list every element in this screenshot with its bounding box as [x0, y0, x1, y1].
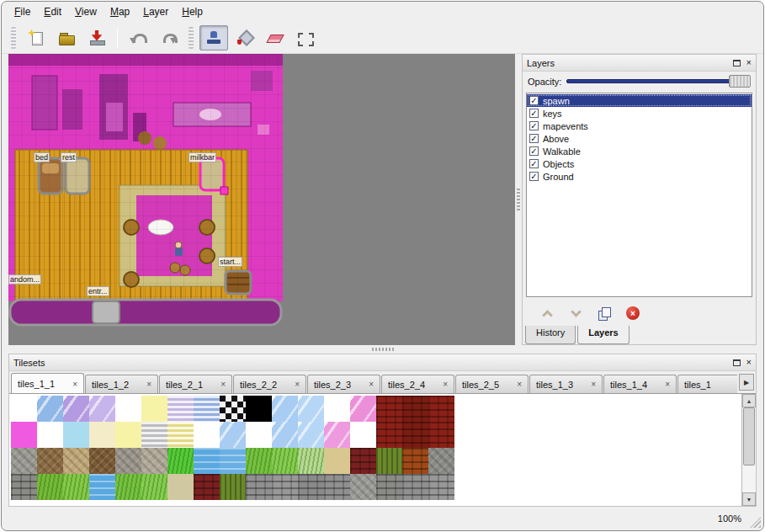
layer-visibility-checkbox[interactable]: ✓: [529, 172, 539, 181]
tile[interactable]: [298, 396, 324, 422]
tile[interactable]: [167, 422, 194, 448]
opacity-slider[interactable]: [566, 75, 751, 88]
tab-close-icon[interactable]: ×: [665, 380, 670, 389]
tileset-tab-tiles_1_2[interactable]: tiles_1_2×: [85, 375, 158, 393]
layer-row-Ground[interactable]: ✓Ground: [527, 170, 752, 183]
map-canvas[interactable]: bedrestmilkbarstart...andom...entr...: [8, 54, 515, 345]
tile[interactable]: [167, 474, 194, 500]
tile[interactable]: [324, 474, 350, 500]
tile[interactable]: [298, 422, 324, 448]
tile[interactable]: [141, 396, 167, 422]
opacity-slider-handle[interactable]: [729, 75, 751, 88]
tab-close-icon[interactable]: ×: [517, 380, 522, 389]
tile[interactable]: [220, 448, 246, 474]
tile[interactable]: [350, 396, 376, 422]
tilesets-close-button[interactable]: ×: [746, 358, 752, 367]
layer-visibility-checkbox[interactable]: ✓: [529, 109, 539, 118]
menu-item-view[interactable]: View: [69, 3, 103, 20]
tile[interactable]: [298, 448, 324, 474]
tab-close-icon[interactable]: ×: [220, 380, 226, 389]
tile[interactable]: [141, 422, 167, 448]
tile[interactable]: [115, 396, 141, 422]
tile[interactable]: [37, 396, 63, 422]
tile[interactable]: [376, 474, 402, 500]
tile[interactable]: [63, 396, 89, 422]
tile[interactable]: [402, 448, 428, 474]
tile[interactable]: [115, 422, 141, 448]
toolbar-drag-handle[interactable]: [11, 27, 16, 49]
tile[interactable]: [402, 396, 428, 422]
tile[interactable]: [37, 448, 63, 474]
tile[interactable]: [220, 474, 246, 500]
stamp-brush-button[interactable]: [199, 25, 228, 51]
tile[interactable]: [350, 448, 376, 474]
new-map-button[interactable]: [22, 25, 50, 51]
tile[interactable]: [167, 396, 194, 422]
tab-close-icon[interactable]: ×: [72, 380, 77, 389]
menu-item-file[interactable]: File: [8, 3, 36, 20]
layer-row-Objects[interactable]: ✓Objects: [527, 157, 752, 170]
tile[interactable]: [63, 474, 89, 500]
tile[interactable]: [272, 396, 298, 422]
tile[interactable]: [376, 396, 402, 422]
menu-item-edit[interactable]: Edit: [38, 3, 67, 20]
horizontal-splitter[interactable]: [8, 345, 757, 354]
tile[interactable]: [272, 474, 298, 500]
redo-button[interactable]: [154, 25, 183, 51]
tile[interactable]: [89, 422, 115, 448]
tile[interactable]: [167, 448, 194, 474]
tile[interactable]: [376, 422, 402, 448]
tile[interactable]: [272, 422, 298, 448]
tile[interactable]: [194, 474, 220, 500]
layer-visibility-checkbox[interactable]: ✓: [529, 134, 539, 143]
tab-close-icon[interactable]: ×: [443, 380, 448, 389]
tileset-tab-tiles_1_1[interactable]: tiles_1_1×: [11, 373, 84, 393]
scrollbar-thumb[interactable]: [743, 407, 755, 466]
resize-grip[interactable]: [750, 517, 761, 528]
tilesets-float-button[interactable]: [733, 359, 741, 366]
tileset-tab-tiles_2_4[interactable]: tiles_2_4×: [381, 375, 454, 393]
layers-close-button[interactable]: ×: [746, 58, 752, 67]
tile[interactable]: [63, 448, 89, 474]
scroll-up-button[interactable]: ▲: [742, 394, 756, 407]
tileset-grid[interactable]: [9, 394, 741, 506]
layer-row-spawn[interactable]: ✓spawn: [527, 94, 752, 107]
scroll-down-button[interactable]: ▼: [742, 492, 756, 506]
tile[interactable]: [350, 474, 376, 500]
tile[interactable]: [298, 474, 324, 500]
tileset-tab-tiles_2_3[interactable]: tiles_2_3×: [307, 375, 380, 393]
menu-item-help[interactable]: Help: [176, 3, 209, 20]
tile[interactable]: [428, 422, 454, 448]
tile[interactable]: [11, 474, 37, 500]
tile[interactable]: [324, 422, 350, 448]
bucket-fill-button[interactable]: [230, 25, 258, 51]
tile[interactable]: [141, 448, 167, 474]
tile[interactable]: [11, 422, 37, 448]
tools-drag-handle[interactable]: [189, 27, 194, 49]
tile[interactable]: [246, 474, 272, 500]
tile[interactable]: [37, 474, 63, 500]
map-view[interactable]: bedrestmilkbarstart...andom...entr...: [8, 54, 283, 327]
scrollbar-track[interactable]: [742, 407, 756, 492]
lower-layer-button[interactable]: [568, 306, 583, 321]
tile[interactable]: [402, 474, 428, 500]
delete-layer-button[interactable]: ×: [625, 306, 640, 321]
tile[interactable]: [89, 474, 115, 500]
tile[interactable]: [402, 422, 428, 448]
tile[interactable]: [428, 448, 454, 474]
layer-visibility-checkbox[interactable]: ✓: [529, 159, 539, 168]
tile[interactable]: [428, 474, 454, 500]
tab-close-icon[interactable]: ×: [369, 380, 374, 389]
tile[interactable]: [246, 422, 272, 448]
menu-item-layer[interactable]: Layer: [137, 3, 174, 20]
tile[interactable]: [428, 396, 454, 422]
duplicate-layer-button[interactable]: [597, 306, 612, 321]
layer-row-Walkable[interactable]: ✓Walkable: [527, 145, 752, 157]
tile[interactable]: [324, 448, 350, 474]
tab-close-icon[interactable]: ×: [591, 380, 596, 389]
eraser-button[interactable]: [260, 25, 289, 51]
layer-row-mapevents[interactable]: ✓mapevents: [527, 120, 752, 132]
tile[interactable]: [63, 422, 89, 448]
tile[interactable]: [89, 448, 115, 474]
layers-float-button[interactable]: [733, 60, 741, 66]
